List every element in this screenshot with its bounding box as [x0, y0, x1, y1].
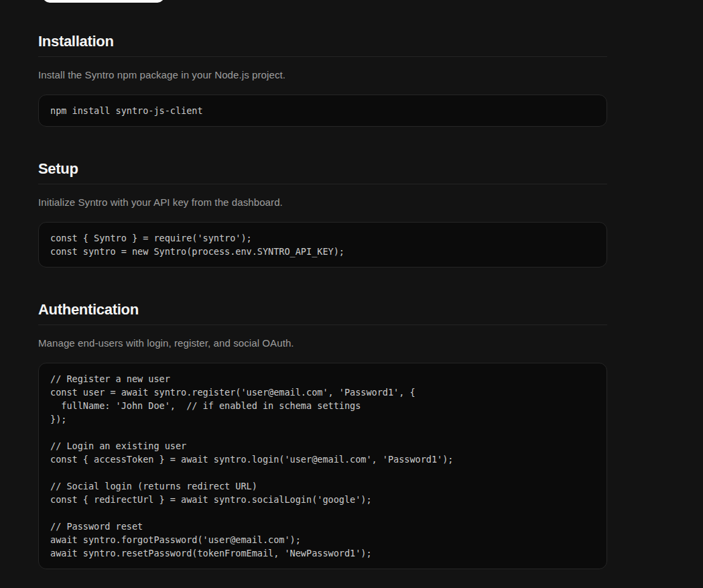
section-title: Installation [38, 33, 607, 57]
docs-page: Installation Install the Syntro npm pack… [0, 0, 703, 588]
code-block-install[interactable]: npm install syntro-js-client [38, 95, 607, 127]
section-title: Authentication [38, 301, 607, 325]
section-title: Setup [38, 160, 607, 184]
code-text: const { Syntro } = require('syntro'); co… [50, 233, 344, 257]
section-description: Manage end-users with login, register, a… [38, 336, 607, 351]
section-description: Initialize Syntro with your API key from… [38, 195, 607, 210]
section-description: Install the Syntro npm package in your N… [38, 68, 607, 82]
top-partial-button[interactable] [43, 0, 164, 3]
content-column: Installation Install the Syntro npm pack… [38, 0, 607, 569]
section-installation: Installation Install the Syntro npm pack… [38, 33, 607, 127]
section-authentication: Authentication Manage end-users with log… [38, 301, 607, 569]
code-text: // Register a new user const user = awai… [50, 373, 453, 558]
code-block-authentication[interactable]: // Register a new user const user = awai… [38, 363, 607, 569]
section-setup: Setup Initialize Syntro with your API ke… [38, 160, 607, 268]
code-text: npm install syntro-js-client [50, 105, 203, 116]
code-block-setup[interactable]: const { Syntro } = require('syntro'); co… [38, 222, 607, 268]
